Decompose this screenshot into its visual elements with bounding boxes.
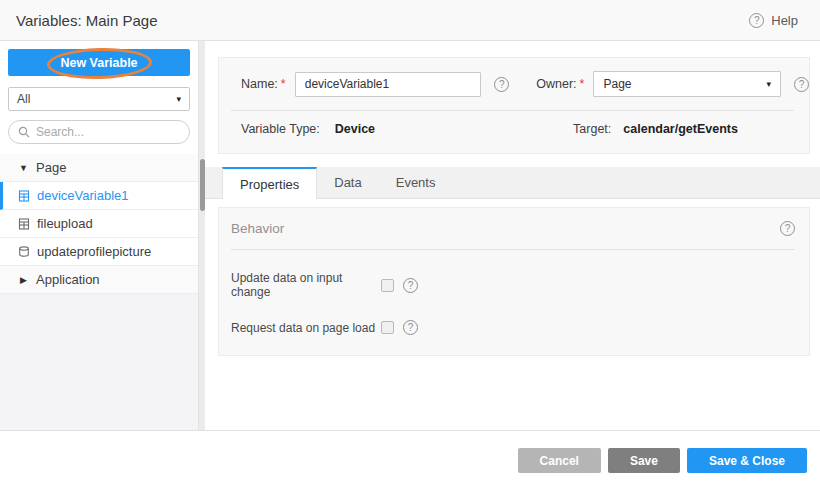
tree-item-devicevariable1[interactable]: deviceVariable1 [0,182,198,210]
request-data-label: Request data on page load [231,321,381,335]
tree-group-application[interactable]: ▶ Application [0,266,198,294]
variables-tree: ▼ Page deviceVariable1 f [0,154,198,294]
update-data-label: Update data on input change [231,271,381,299]
search-box[interactable] [8,120,190,144]
name-input[interactable] [295,72,482,97]
filter-selected-value: All [17,92,30,106]
tree-group-label: Page [36,160,66,175]
sidebar-empty-area [0,294,198,430]
new-variable-button[interactable]: New Variable [8,49,190,76]
update-data-help-icon[interactable]: ? [403,278,418,293]
help-label: Help [771,13,798,28]
scrollbar-thumb[interactable] [200,159,205,211]
chevron-down-icon: ▾ [766,79,771,89]
variable-filter-select[interactable]: All ▾ [8,87,190,111]
detail-tab-bar: Properties Data Events [205,167,820,199]
target-label: Target: [573,122,611,136]
search-icon [18,126,30,138]
variable-type-label: Variable Type: [241,122,320,136]
variable-type-value: Device [335,122,375,136]
tab-data[interactable]: Data [317,167,378,198]
name-label: Name: [241,77,278,91]
tree-item-fileupload[interactable]: fileupload [0,210,198,238]
page-title: Variables: Main Page [16,12,157,29]
tree-group-label: Application [36,272,100,287]
chevron-down-icon: ▾ [176,94,181,104]
chevron-expanded-icon: ▼ [18,163,29,173]
help-icon: ? [749,13,764,28]
required-marker: * [281,77,286,91]
behavior-section: Behavior ? Update data on input change ?… [218,207,810,356]
variable-detail-panel: Name: * ? Owner: * Page ▾ ? Variable Typ… [205,41,820,430]
request-data-checkbox[interactable] [381,321,394,334]
target-value: calendar/getEvents [623,122,738,136]
search-input[interactable] [36,125,180,139]
save-and-close-button[interactable]: Save & Close [687,448,807,473]
variable-info-panel: Name: * ? Owner: * Page ▾ ? Variable Typ… [218,57,810,154]
sidebar-scrollbar[interactable] [198,41,205,430]
request-data-help-icon[interactable]: ? [403,320,418,335]
device-variable-icon [18,218,30,230]
help-link[interactable]: ? Help [749,13,798,28]
chevron-collapsed-icon: ▶ [18,275,29,285]
tree-item-updateprofilepicture[interactable]: updateprofilepicture [0,238,198,266]
behavior-section-title: Behavior [231,221,284,236]
behavior-help-icon[interactable]: ? [780,221,795,236]
tree-item-label: updateprofilepicture [37,244,151,259]
variables-sidebar: New Variable All ▾ ▼ Page [0,41,198,430]
save-button[interactable]: Save [608,448,680,473]
dialog-header: Variables: Main Page ? Help [0,0,820,41]
update-data-checkbox[interactable] [381,279,394,292]
required-marker: * [580,77,585,91]
device-variable-icon [18,190,30,202]
divider [231,249,795,250]
service-variable-icon [18,246,30,258]
owner-label: Owner: [536,77,576,91]
tree-item-label: deviceVariable1 [37,188,129,203]
tab-events[interactable]: Events [379,167,453,198]
owner-selected-value: Page [603,77,631,91]
cancel-button[interactable]: Cancel [518,448,601,473]
owner-select[interactable]: Page ▾ [593,71,781,97]
name-help-icon[interactable]: ? [494,77,509,92]
owner-help-icon[interactable]: ? [794,77,809,92]
dialog-footer: Cancel Save Save & Close [0,430,820,486]
tab-properties[interactable]: Properties [222,167,317,199]
tree-group-page[interactable]: ▼ Page [0,154,198,182]
tree-item-label: fileupload [37,216,93,231]
